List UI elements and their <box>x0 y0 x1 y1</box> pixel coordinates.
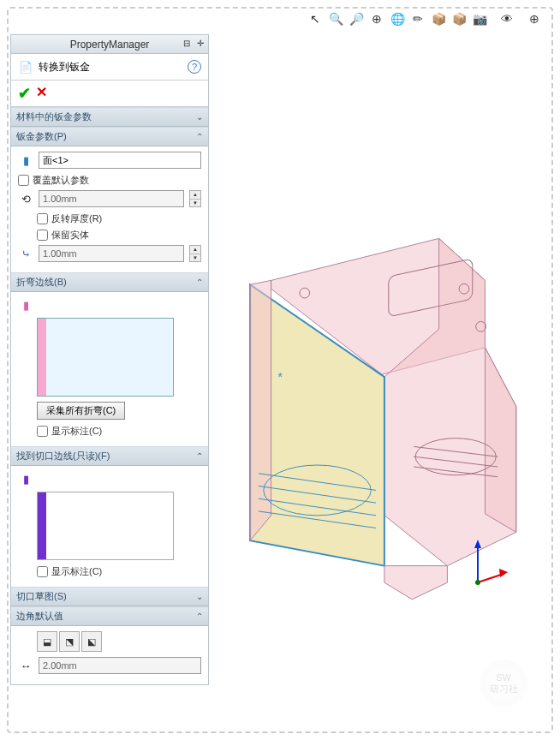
chevron-down-icon: ⌄ <box>196 592 203 601</box>
corner-type-2-button[interactable]: ⬔ <box>59 631 80 652</box>
keep-body-checkbox[interactable]: 保留实体 <box>37 229 201 242</box>
section-title: 钣金参数(P) <box>16 130 67 143</box>
heads-up-toolbar: ↖ 🔍 🔎 ⊕ 🌐 ✏ 📦 📦 📷 👁 ⊕ <box>0 10 548 33</box>
section-corner-defaults[interactable]: 边角默认值 ⌃ <box>11 606 208 626</box>
thickness-icon: ⟲ <box>18 191 33 206</box>
section-title: 边角默认值 <box>16 610 63 623</box>
reverse-thickness-checkbox[interactable]: 反转厚度(R) <box>37 212 201 225</box>
section-sheetmetal-params[interactable]: 钣金参数(P) ⌃ <box>11 127 208 146</box>
property-manager-panel: PropertyManager ⊟ ✛ 📄 转换到钣金 ? ✔ ✕ 材料中的钣金… <box>10 34 209 685</box>
bend-edge-icon[interactable]: ▮ <box>18 297 33 313</box>
collect-bends-button[interactable]: 采集所有折弯(C) <box>37 402 125 420</box>
checkbox-label: 显示标注(C) <box>51 425 102 438</box>
cancel-button[interactable]: ✕ <box>36 84 47 103</box>
view-orient-icon[interactable]: 🌐 <box>389 10 406 27</box>
svg-marker-5 <box>384 566 448 600</box>
more-icon[interactable]: ⊕ <box>526 10 543 27</box>
corner-type-3-button[interactable]: ⬕ <box>81 631 102 652</box>
rip-edges-listbox <box>37 492 174 560</box>
chevron-up-icon: ⌃ <box>196 612 203 621</box>
section-title: 切口草图(S) <box>16 590 67 603</box>
fixed-face-input[interactable] <box>39 152 201 169</box>
watermark: SW 研习社 <box>480 659 527 707</box>
rip-edge-icon[interactable]: ▮ <box>18 471 33 486</box>
bend-radius-spinner[interactable]: ▲▼ <box>189 245 201 262</box>
watermark-line1: SW <box>496 672 511 683</box>
chevron-down-icon: ⌄ <box>196 112 203 122</box>
gap-icon: ↔ <box>18 658 33 673</box>
display-style-icon[interactable]: ✏ <box>409 10 426 27</box>
chevron-up-icon: ⌃ <box>196 278 203 287</box>
checkbox-label: 覆盖默认参数 <box>33 174 89 187</box>
section-title: 材料中的钣金参数 <box>16 110 92 123</box>
confirm-row: ✔ ✕ <box>11 81 208 107</box>
section-title: 折弯边线(B) <box>16 276 67 289</box>
section-title: 找到切口边线(只读)(F) <box>16 450 110 462</box>
svg-marker-2 <box>486 348 516 533</box>
chevron-up-icon: ⌃ <box>196 451 203 461</box>
view-settings-icon[interactable]: 👁 <box>498 10 515 27</box>
panel-title-text: PropertyManager <box>70 39 150 51</box>
section-rip-sketch[interactable]: 切口草图(S) ⌄ <box>11 587 208 606</box>
show-callout-checkbox-2[interactable]: 显示标注(C) <box>37 565 201 578</box>
watermark-line2: 研习社 <box>490 683 518 695</box>
checkbox-label: 显示标注(C) <box>51 565 102 578</box>
svg-marker-4 <box>250 280 271 540</box>
section-material-params[interactable]: 材料中的钣金参数 ⌄ <box>11 107 208 127</box>
checkbox-label: 反转厚度(R) <box>51 212 102 225</box>
keep-visible-icon[interactable]: ⊟ <box>181 37 193 49</box>
feature-header: 📄 转换到钣金 ? <box>11 54 208 81</box>
gap-input[interactable] <box>39 657 201 674</box>
convert-sheetmetal-icon: 📄 <box>18 59 33 75</box>
scene-icon[interactable]: 📷 <box>471 10 488 27</box>
section-rip-edges[interactable]: 找到切口边线(只读)(F) ⌃ <box>11 446 208 466</box>
hide-show-icon[interactable]: 📦 <box>430 10 447 27</box>
feature-title: 转换到钣金 <box>39 60 90 75</box>
show-callout-checkbox[interactable]: 显示标注(C) <box>37 425 201 438</box>
section-bend-edges[interactable]: 折弯边线(B) ⌃ <box>11 272 208 292</box>
appearance-icon[interactable]: 📦 <box>450 10 468 27</box>
thickness-spinner[interactable]: ▲▼ <box>189 190 201 207</box>
bend-radius-input[interactable] <box>39 245 184 262</box>
face-select-icon[interactable]: ▮ <box>18 152 33 168</box>
chevron-up-icon: ⌃ <box>196 132 203 141</box>
bend-radius-icon: ⤷ <box>18 246 33 261</box>
zoom-area-icon[interactable]: 🔍 <box>327 10 344 27</box>
override-default-checkbox[interactable]: 覆盖默认参数 <box>18 174 201 187</box>
corner-type-1-button[interactable]: ⬓ <box>37 631 57 652</box>
help-button[interactable]: ? <box>188 60 201 74</box>
pushpin-icon[interactable]: ✛ <box>194 37 206 49</box>
section-icon[interactable]: ⊕ <box>368 10 385 27</box>
checkbox-label: 保留实体 <box>51 229 89 242</box>
svg-text:*: * <box>277 371 283 384</box>
thickness-input[interactable] <box>39 190 184 207</box>
zoom-prev-icon[interactable]: 🔎 <box>348 10 365 27</box>
panel-title: PropertyManager ⊟ ✛ <box>11 35 208 54</box>
graphics-viewport[interactable]: * SW 研习社 <box>212 34 548 728</box>
bend-edges-listbox[interactable] <box>37 318 174 397</box>
ok-button[interactable]: ✔ <box>18 84 31 103</box>
zoom-fit-icon[interactable]: ↖ <box>307 10 324 27</box>
